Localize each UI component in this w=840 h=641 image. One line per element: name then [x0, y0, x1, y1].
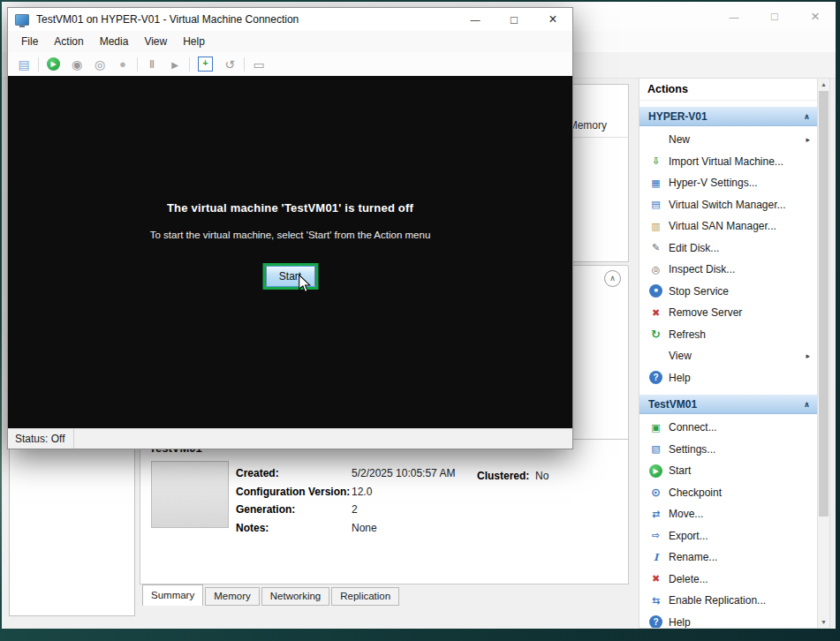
tab-networking[interactable]: Networking — [261, 587, 330, 606]
action-item-refresh[interactable]: Refresh — [639, 324, 818, 346]
action-item-inspect-disk[interactable]: Inspect Disk... — [639, 259, 818, 281]
menu-file[interactable]: File — [13, 31, 46, 52]
checkpoint-icon — [649, 486, 662, 499]
action-item-label: Start — [669, 464, 818, 477]
scroll-down-arrow-icon[interactable] — [818, 616, 829, 628]
vm-close-button[interactable] — [534, 8, 572, 31]
action-item-help[interactable]: Help — [639, 612, 818, 630]
refresh-icon — [649, 328, 662, 341]
details-row: Created:5/2/2025 10:05:57 AM — [236, 467, 455, 486]
tab-summary[interactable]: Summary — [142, 584, 203, 606]
switch-icon — [649, 198, 662, 211]
manager-maximize-button[interactable] — [754, 2, 795, 31]
manager-minimize-button[interactable] — [714, 2, 754, 31]
vm-maximize-button[interactable] — [495, 8, 534, 31]
action-section-header-testvm01[interactable]: TestVM01 — [639, 394, 818, 414]
vm-window-title: TestVM01 on HYPER-V01 - Virtual Machine … — [36, 13, 456, 26]
action-item-remove-server[interactable]: Remove Server — [639, 302, 818, 324]
import-icon — [649, 155, 662, 168]
actions-pane-title: Actions — [639, 79, 818, 101]
checkpoint-icon[interactable] — [198, 57, 213, 72]
action-item-connect[interactable]: Connect... — [639, 417, 818, 439]
replication-icon — [649, 594, 662, 607]
action-item-import-virtual-machine[interactable]: Import Virtual Machine... — [639, 151, 818, 173]
action-item-label: View — [669, 350, 806, 362]
revert-icon[interactable] — [221, 56, 238, 73]
action-item-virtual-san-manager[interactable]: Virtual SAN Manager... — [639, 215, 818, 238]
action-item-settings[interactable]: Settings... — [639, 439, 818, 461]
tab-replication[interactable]: Replication — [331, 587, 399, 606]
action-item-new[interactable]: New — [639, 129, 818, 151]
turn-off-icon[interactable] — [68, 56, 86, 73]
inspect-disk-icon — [649, 263, 662, 276]
collapse-panel-button[interactable] — [604, 270, 621, 287]
san-icon — [649, 220, 662, 233]
action-item-help[interactable]: Help — [639, 367, 818, 389]
vm-off-instruction: To start the virtual machine, select 'St… — [8, 230, 572, 240]
tab-memory[interactable]: Memory — [205, 587, 260, 606]
details-row: Generation:2 — [236, 503, 455, 522]
menu-help[interactable]: Help — [175, 31, 213, 52]
details-row: Configuration Version:12.0 — [236, 486, 455, 504]
export-icon — [649, 529, 662, 542]
actions-pane: Actions HYPER-V01NewImport Virtual Machi… — [639, 78, 819, 629]
scroll-up-arrow-icon[interactable] — [818, 79, 829, 90]
details-field-label: Generation: — [236, 503, 352, 516]
pause-icon[interactable] — [143, 56, 161, 73]
collapse-chevron-icon[interactable] — [804, 400, 810, 409]
action-item-label: Export... — [669, 530, 818, 542]
vm-settings-icon — [649, 442, 662, 456]
action-item-hyper-v-settings[interactable]: Hyper-V Settings... — [639, 172, 818, 194]
action-item-label: Remove Server — [669, 306, 818, 319]
action-item-virtual-switch-manager[interactable]: Virtual Switch Manager... — [639, 194, 818, 216]
submenu-arrow-icon — [806, 135, 810, 144]
move-icon — [649, 508, 662, 521]
scrollbar-thumb[interactable] — [819, 91, 829, 517]
menu-media[interactable]: Media — [92, 31, 137, 52]
vm-statusbar: Status: Off — [8, 428, 572, 449]
action-item-export[interactable]: Export... — [639, 525, 818, 547]
action-item-start[interactable]: Start — [639, 460, 818, 482]
ctrl-alt-del-icon[interactable] — [15, 56, 33, 73]
actions-scrollbar[interactable] — [817, 78, 830, 629]
start-icon[interactable] — [47, 57, 60, 71]
details-field-label: Created: — [236, 467, 352, 479]
enhanced-session-icon[interactable] — [250, 56, 268, 73]
action-item-delete[interactable]: Delete... — [639, 569, 818, 591]
action-item-label: Help — [669, 372, 818, 384]
action-item-stop-service[interactable]: Stop Service — [639, 281, 818, 303]
help-icon — [649, 615, 662, 629]
menu-action[interactable]: Action — [46, 31, 91, 52]
action-item-label: Help — [669, 616, 818, 629]
manager-close-button[interactable] — [795, 2, 836, 31]
action-section-header-hyper-v01[interactable]: HYPER-V01 — [639, 106, 818, 126]
vm-off-message: The virtual machine 'TestVM01' is turned… — [8, 76, 572, 215]
action-item-rename[interactable]: Rename... — [639, 547, 818, 569]
desktop: Assigned Memory TestVM01 Created:5/2/202… — [0, 0, 840, 641]
collapse-chevron-icon[interactable] — [804, 112, 810, 121]
action-item-edit-disk[interactable]: Edit Disk... — [639, 238, 818, 260]
action-item-label: Connect... — [669, 421, 818, 434]
action-item-view[interactable]: View — [639, 345, 818, 367]
edit-disk-icon — [649, 241, 662, 254]
clustered-value: No — [535, 470, 549, 482]
action-item-label: Move... — [669, 508, 818, 520]
action-item-enable-replication[interactable]: Enable Replication... — [639, 590, 818, 612]
mouse-cursor — [299, 275, 311, 293]
action-item-label: New — [669, 133, 806, 146]
menu-view[interactable]: View — [136, 31, 175, 52]
details-row: Notes:None — [236, 522, 455, 540]
vm-status-text: Status: Off — [8, 429, 74, 449]
details-tabs: SummaryMemoryNetworkingReplication — [142, 584, 401, 606]
step-icon[interactable] — [166, 56, 184, 73]
action-item-label: Enable Replication... — [669, 594, 818, 607]
shut-down-icon[interactable] — [91, 56, 109, 73]
toolbar-separator — [189, 57, 190, 72]
action-item-checkpoint[interactable]: Checkpoint — [639, 482, 818, 504]
actions-sections: HYPER-V01NewImport Virtual Machine...Hyp… — [639, 106, 818, 629]
action-item-label: Virtual Switch Manager... — [669, 199, 818, 211]
vm-minimize-button[interactable] — [456, 8, 495, 31]
action-item-move[interactable]: Move... — [639, 503, 818, 525]
save-icon[interactable] — [114, 56, 132, 73]
details-rows: Created:5/2/2025 10:05:57 AMConfiguratio… — [236, 467, 455, 539]
